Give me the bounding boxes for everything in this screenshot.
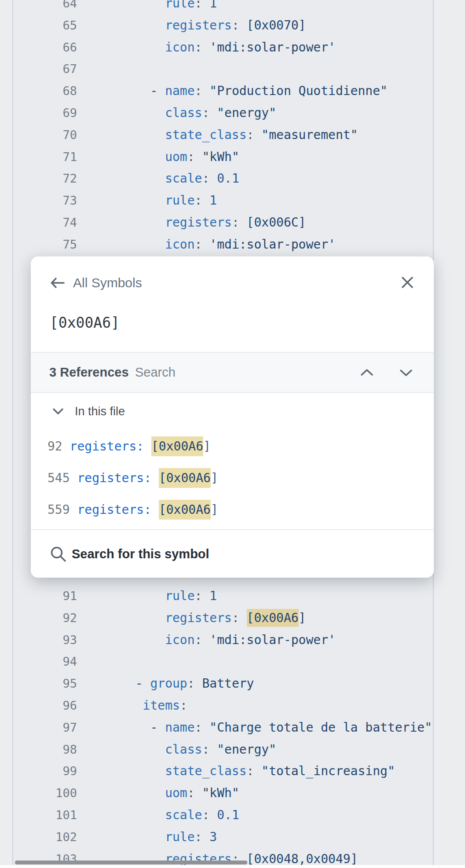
code-text: icon: 'mdi:solar-power'	[121, 237, 336, 252]
code-token: registers	[77, 471, 144, 485]
code-line: 70 state_class: "measurement"	[13, 124, 433, 146]
search-tab[interactable]: Search	[135, 353, 176, 392]
back-button[interactable]: All Symbols	[50, 272, 142, 293]
code-token: registers	[70, 439, 137, 454]
code-token: 1	[209, 193, 217, 208]
line-number[interactable]: 75	[13, 234, 77, 256]
code-token: 3	[209, 830, 217, 844]
bottom-strip	[0, 865, 465, 868]
result-line-number: 559	[48, 502, 77, 517]
code-token	[202, 40, 209, 55]
line-number[interactable]: 101	[13, 804, 77, 826]
line-number[interactable]: 66	[13, 37, 77, 59]
result-line-number: 92	[48, 439, 70, 454]
code-token	[121, 171, 165, 186]
code-token	[121, 742, 165, 757]
code-token	[144, 439, 151, 454]
line-number[interactable]: 92	[13, 607, 77, 629]
code-token: :	[195, 193, 202, 208]
code-token: 0.1	[217, 808, 239, 822]
code-line: 71 uom: "kWh"	[13, 146, 433, 168]
reference-results: 92 registers: [0x00A6]545 registers: [0x…	[31, 431, 434, 526]
line-number[interactable]: 64	[13, 0, 77, 15]
code-line: 99 state_class: "total_increasing"	[13, 760, 433, 782]
search-symbol-action[interactable]: Search for this symbol	[31, 530, 434, 578]
code-line: 74 registers: [0x006C]	[13, 212, 433, 234]
code-token: -	[135, 676, 150, 691]
code-token	[209, 808, 217, 822]
code-text: - name: "Production Quotidienne"	[121, 84, 388, 98]
line-number[interactable]: 100	[13, 782, 77, 804]
code-token	[202, 193, 209, 208]
search-icon	[50, 546, 67, 563]
line-number[interactable]: 97	[13, 717, 77, 739]
horizontal-scrollbar-thumb[interactable]	[15, 861, 247, 864]
code-token: rule	[165, 0, 194, 11]
line-number[interactable]: 99	[13, 760, 77, 782]
reference-result-row[interactable]: 545 registers: [0x00A6]	[31, 462, 434, 494]
code-token	[195, 150, 202, 164]
code-token: icon	[165, 40, 194, 55]
code-token: [0x00A6	[151, 436, 203, 456]
code-token: :	[187, 676, 195, 691]
code-token: :	[202, 171, 209, 186]
code-text: state_class: "total_increasing"	[121, 764, 395, 778]
reference-result-row[interactable]: 559 registers: [0x00A6]	[31, 494, 434, 526]
line-number[interactable]: 69	[13, 102, 77, 124]
code-line: 72 scale: 0.1	[13, 168, 433, 190]
line-number[interactable]: 73	[13, 190, 77, 212]
code-text: scale: 0.1	[121, 808, 239, 822]
line-number[interactable]: 72	[13, 168, 77, 190]
code-token: :	[202, 106, 209, 120]
line-number[interactable]: 102	[13, 826, 77, 848]
file-group-header[interactable]: In this file	[31, 401, 434, 422]
line-number[interactable]: 67	[13, 58, 77, 80]
code-text: rule: 1	[121, 193, 217, 208]
code-token	[121, 193, 165, 208]
code-token: uom	[165, 150, 187, 164]
code-token	[202, 237, 209, 252]
next-reference-button[interactable]	[397, 364, 415, 382]
code-token: :	[195, 84, 202, 98]
line-number[interactable]: 96	[13, 695, 77, 717]
code-token	[202, 84, 209, 98]
line-number[interactable]: 68	[13, 80, 77, 102]
code-token	[121, 633, 165, 647]
code-lines-bottom: 91 rule: 192 registers: [0x00A6]93 icon:…	[13, 585, 433, 865]
line-number[interactable]: 91	[13, 585, 77, 607]
line-number[interactable]: 94	[13, 651, 77, 673]
line-number[interactable]: 95	[13, 673, 77, 695]
code-token: :	[232, 611, 239, 625]
reference-result-row[interactable]: 92 registers: [0x00A6]	[31, 431, 434, 462]
code-token: :	[232, 215, 239, 230]
previous-reference-button[interactable]	[358, 364, 376, 382]
code-token: rule	[165, 830, 194, 844]
code-text: uom: "kWh"	[121, 786, 239, 800]
code-text: scale: 0.1	[121, 171, 239, 186]
code-token	[121, 128, 165, 142]
line-number[interactable]: 93	[13, 629, 77, 651]
code-line: 67	[13, 58, 433, 80]
close-icon	[401, 276, 414, 289]
code-token: :	[195, 589, 202, 603]
line-number[interactable]: 70	[13, 124, 77, 146]
line-number[interactable]: 65	[13, 15, 77, 37]
line-number[interactable]: 98	[13, 739, 77, 761]
code-token	[121, 0, 165, 11]
code-token: "kWh"	[202, 150, 239, 164]
code-token: "total_increasing"	[261, 764, 395, 778]
code-token: group	[150, 676, 187, 691]
code-text: - name: "Charge totale de la batterie"	[121, 720, 432, 735]
line-number[interactable]: 71	[13, 146, 77, 168]
code-token: :	[232, 18, 239, 33]
code-token: uom	[165, 786, 187, 800]
symbol-query-input[interactable]: [0x00A6]	[50, 313, 120, 333]
code-token: items	[143, 698, 180, 713]
code-token	[209, 106, 217, 120]
code-token	[202, 633, 209, 647]
code-token: name	[165, 720, 194, 735]
close-button[interactable]	[400, 276, 414, 290]
line-number[interactable]: 74	[13, 212, 77, 234]
code-token: :	[202, 808, 209, 822]
code-token: 'mdi:solar-power'	[209, 237, 336, 252]
